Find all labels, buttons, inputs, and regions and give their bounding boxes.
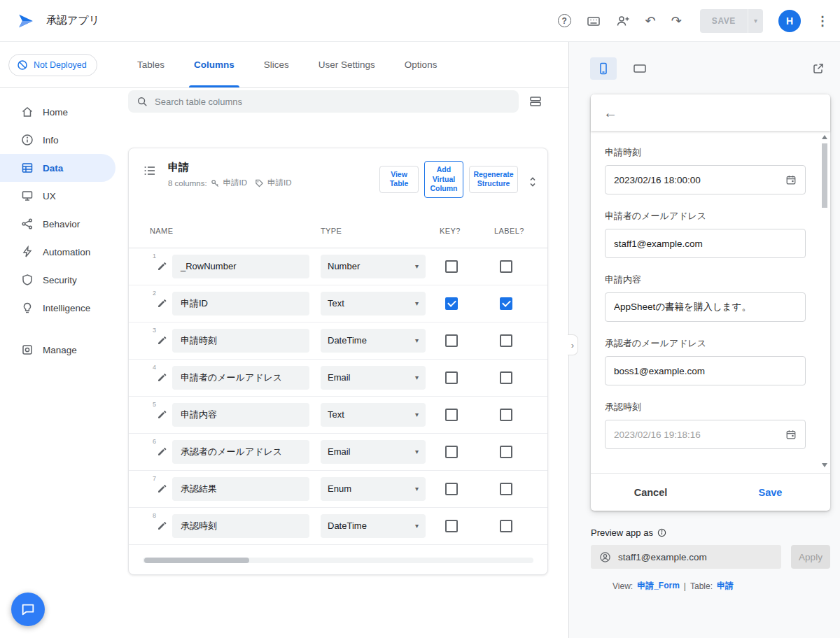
edit-column-icon[interactable] — [157, 261, 167, 271]
form-field-input[interactable]: staff1@example.com — [605, 229, 806, 258]
key-checkbox[interactable] — [445, 334, 458, 347]
scrollbar-thumb[interactable] — [144, 558, 249, 563]
redo-icon[interactable]: ↷ — [671, 15, 682, 27]
scroll-up-icon[interactable] — [822, 135, 827, 139]
label-checkbox[interactable] — [500, 297, 512, 310]
calendar-icon[interactable] — [785, 429, 797, 440]
column-type-select[interactable]: DateTime ▾ — [321, 514, 426, 538]
table-link[interactable]: 申請 — [717, 580, 734, 592]
unfold-icon[interactable] — [528, 176, 538, 187]
key-checkbox[interactable] — [445, 260, 458, 273]
column-type-select[interactable]: Enum ▾ — [321, 477, 426, 501]
chat-fab-button[interactable] — [11, 593, 45, 626]
tab-slices[interactable]: Slices — [249, 42, 304, 87]
view-table-button[interactable]: View Table — [379, 166, 419, 193]
column-type-select[interactable]: DateTime ▾ — [321, 329, 426, 353]
form-field-input[interactable]: 2023/02/16 19:18:16 — [605, 420, 806, 449]
phone-preview-button[interactable] — [590, 57, 617, 80]
column-name-field[interactable]: 申請時刻 — [172, 329, 309, 353]
label-tag-icon — [255, 178, 264, 187]
preview-user-select[interactable]: staff1@example.com — [591, 545, 781, 569]
regenerate-structure-button[interactable]: Regenerate Structure — [469, 166, 518, 193]
form-field-input[interactable]: 2023/02/16 18:00:00 — [605, 165, 806, 194]
edit-column-icon[interactable] — [157, 483, 167, 494]
add-virtual-column-button[interactable]: Add Virtual Column — [424, 161, 463, 198]
help-icon[interactable]: ? — [558, 14, 571, 27]
sidebar-item-manage[interactable]: Manage — [0, 336, 115, 364]
form-field-input[interactable]: boss1@example.com — [605, 356, 806, 385]
edit-column-icon[interactable] — [157, 446, 167, 457]
share-app-icon[interactable] — [616, 14, 630, 28]
appsheet-logo-icon[interactable] — [17, 12, 35, 30]
tab-columns[interactable]: Columns — [179, 42, 249, 87]
label-checkbox[interactable] — [500, 520, 512, 532]
tablet-preview-button[interactable] — [626, 57, 653, 80]
key-checkbox[interactable] — [445, 409, 458, 421]
info-icon[interactable] — [657, 528, 666, 537]
column-name-field[interactable]: 承認者のメールアドレス — [172, 440, 309, 464]
chevron-down-icon: ▾ — [415, 485, 419, 492]
sidebar-item-data[interactable]: Data — [0, 154, 115, 182]
column-name-field[interactable]: 承認結果 — [172, 477, 309, 501]
column-name-field[interactable]: 申請内容 — [172, 403, 309, 427]
form-cancel-button[interactable]: Cancel — [591, 474, 710, 511]
column-name-field[interactable]: _RowNumber — [172, 255, 309, 278]
edit-column-icon[interactable] — [157, 520, 167, 531]
open-in-new-icon[interactable] — [812, 62, 825, 75]
more-menu-icon[interactable]: ⋮ — [816, 13, 829, 29]
deploy-status-badge[interactable]: Not Deployed — [8, 54, 97, 76]
edit-column-icon[interactable] — [157, 409, 167, 420]
column-type-select[interactable]: Email ▾ — [321, 440, 426, 464]
sidebar-item-security[interactable]: Security — [0, 266, 115, 294]
column-type-select[interactable]: Text ▾ — [321, 292, 426, 316]
back-arrow-icon[interactable]: ← — [603, 105, 617, 121]
column-name-field[interactable]: 申請者のメールアドレス — [172, 366, 309, 390]
key-checkbox[interactable] — [445, 520, 458, 532]
undo-icon[interactable]: ↶ — [645, 15, 656, 27]
sidebar-item-behavior[interactable]: Behavior — [0, 210, 115, 238]
scroll-down-icon[interactable] — [822, 463, 827, 467]
column-type-select[interactable]: Text ▾ — [321, 403, 426, 427]
form-scrollbar-thumb[interactable] — [822, 143, 827, 208]
save-button[interactable]: SAVE — [700, 9, 748, 33]
density-icon[interactable] — [529, 95, 542, 108]
column-type-select[interactable]: Email ▾ — [321, 366, 426, 390]
edit-column-icon[interactable] — [157, 335, 167, 346]
label-checkbox[interactable] — [500, 409, 512, 421]
avatar[interactable]: H — [778, 10, 801, 32]
view-link[interactable]: 申請_Form — [637, 580, 680, 592]
tab-tables[interactable]: Tables — [122, 42, 179, 87]
apply-button[interactable]: Apply — [791, 545, 830, 569]
tab-options[interactable]: Options — [390, 42, 452, 87]
key-checkbox[interactable] — [445, 371, 458, 384]
column-type-select[interactable]: Number ▾ — [321, 255, 426, 278]
calendar-icon[interactable] — [785, 174, 797, 185]
sidebar-item-ux[interactable]: UX — [0, 182, 115, 210]
sidebar-item-info[interactable]: Info — [0, 126, 115, 154]
tab-user-settings[interactable]: User Settings — [304, 42, 390, 87]
form-scrollbar[interactable] — [821, 134, 828, 469]
key-checkbox[interactable] — [445, 446, 458, 458]
save-dropdown-button[interactable]: ▾ — [748, 9, 763, 33]
label-checkbox[interactable] — [500, 483, 512, 495]
keyboard-icon[interactable] — [587, 14, 601, 28]
label-checkbox[interactable] — [500, 334, 512, 347]
label-checkbox[interactable] — [500, 260, 512, 273]
horizontal-scrollbar[interactable] — [143, 558, 533, 563]
label-checkbox[interactable] — [500, 371, 512, 384]
key-checkbox[interactable] — [445, 297, 458, 310]
key-checkbox[interactable] — [445, 483, 458, 495]
table-list-icon[interactable] — [143, 164, 157, 178]
form-save-button[interactable]: Save — [710, 474, 830, 511]
search-input[interactable]: Search table columns — [128, 90, 519, 113]
edit-column-icon[interactable] — [157, 372, 167, 383]
sidebar-item-automation[interactable]: Automation — [0, 238, 115, 266]
column-name-field[interactable]: 申請ID — [172, 292, 309, 316]
label-checkbox[interactable] — [500, 446, 512, 458]
panel-collapse-handle[interactable]: › — [568, 334, 578, 355]
form-field-input[interactable]: AppSheetの書籍を購入します。 — [605, 292, 806, 322]
sidebar-item-intelligence[interactable]: Intelligence — [0, 294, 115, 322]
edit-column-icon[interactable] — [157, 298, 167, 309]
column-name-field[interactable]: 承認時刻 — [172, 514, 309, 538]
sidebar-item-home[interactable]: Home — [0, 98, 115, 126]
